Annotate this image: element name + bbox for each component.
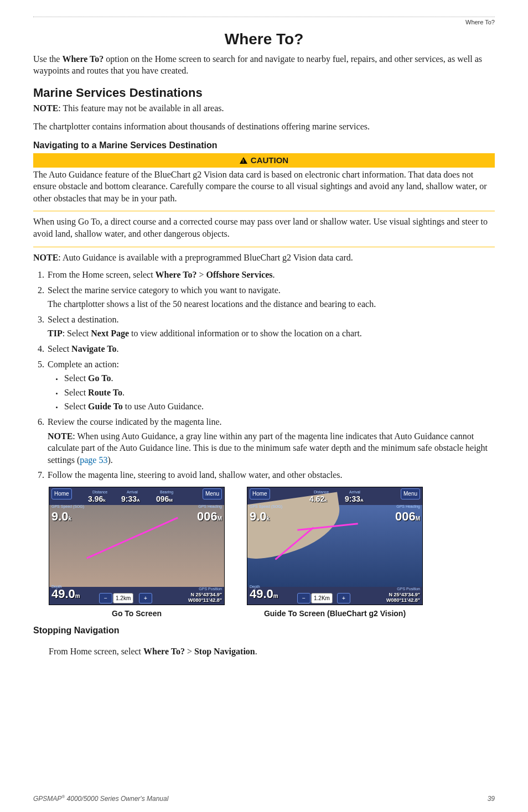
sub-heading-stopping: Stopping Navigation xyxy=(33,624,495,637)
footer-manual-title: GPSMAP® 4000/5000 Series Owner's Manual xyxy=(33,794,168,803)
home-button[interactable]: Home xyxy=(250,488,270,499)
zoom-in-button[interactable]: + xyxy=(337,593,350,604)
scale-indicator: 1.2km xyxy=(113,593,133,604)
zoom-out-button[interactable]: − xyxy=(99,593,112,604)
home-button[interactable]: Home xyxy=(51,488,72,499)
step-1: From the Home screen, select Where To? >… xyxy=(46,269,495,281)
chartplotter-info: The chartplotter contains information ab… xyxy=(33,121,495,133)
position-lon: W080°11'42.8" xyxy=(188,597,222,603)
intro-paragraph: Use the Where To? option on the Home scr… xyxy=(33,53,495,77)
page-title: Where To? xyxy=(33,29,495,50)
zoom-in-button[interactable]: + xyxy=(139,593,152,604)
step-5a: Select Go To. xyxy=(63,372,495,384)
step-4: Select Navigate To. xyxy=(46,343,495,355)
figure-1-caption: Go To Screen xyxy=(49,608,225,619)
position-label: GPS Position xyxy=(199,586,222,591)
page-link-53[interactable]: page 53 xyxy=(80,455,107,465)
step-5: Complete an action: Select Go To. Select… xyxy=(46,358,495,413)
header-section-label: Where To? xyxy=(33,18,495,27)
figure-go-to-screen: Home Menu Distance 3.96k Arrival 9:33A B… xyxy=(49,487,225,605)
step-6: Review the course indicated by the magen… xyxy=(46,416,495,466)
figure-2-caption: Guide To Screen (BlueChart g2 Vision) xyxy=(247,608,423,619)
step-2: Select the marine service category to wh… xyxy=(46,284,495,310)
caution-banner: CAUTION xyxy=(33,153,495,167)
warning-icon xyxy=(240,157,247,164)
figure-guide-to-screen: Home Menu Distance 4.62k Arrival 9:33A G… xyxy=(247,487,423,605)
menu-button[interactable]: Menu xyxy=(401,488,420,499)
position-label: GPS Position xyxy=(397,586,420,591)
stopping-instruction: From Home screen, select Where To? > Sto… xyxy=(49,646,495,658)
position-lon: W080°11'42.8" xyxy=(386,597,420,603)
footer-page-number: 39 xyxy=(488,794,495,803)
caution-text-2: When using Go To, a direct course and a … xyxy=(33,216,495,240)
section-heading-marine: Marine Services Destinations xyxy=(33,85,495,101)
step-5c: Select Guide To to use Auto Guidance. xyxy=(63,400,495,413)
step-7: Follow the magenta line, steering to avo… xyxy=(46,469,495,481)
menu-button[interactable]: Menu xyxy=(203,488,222,499)
sub-heading-navigating: Navigating to a Marine Services Destinat… xyxy=(33,139,495,152)
step-3: Select a destination. TIP: Select Next P… xyxy=(46,314,495,340)
zoom-out-button[interactable]: − xyxy=(297,593,310,604)
step-5b: Select Route To. xyxy=(63,387,495,399)
note-auto-guidance: NOTE: Auto Guidance is available with a … xyxy=(33,252,495,264)
caution-text-1: The Auto Guidance feature of the BlueCha… xyxy=(33,169,495,205)
scale-indicator: 1.2Km xyxy=(311,593,333,604)
note-availability: NOTE: This feature may not be available … xyxy=(33,102,495,114)
